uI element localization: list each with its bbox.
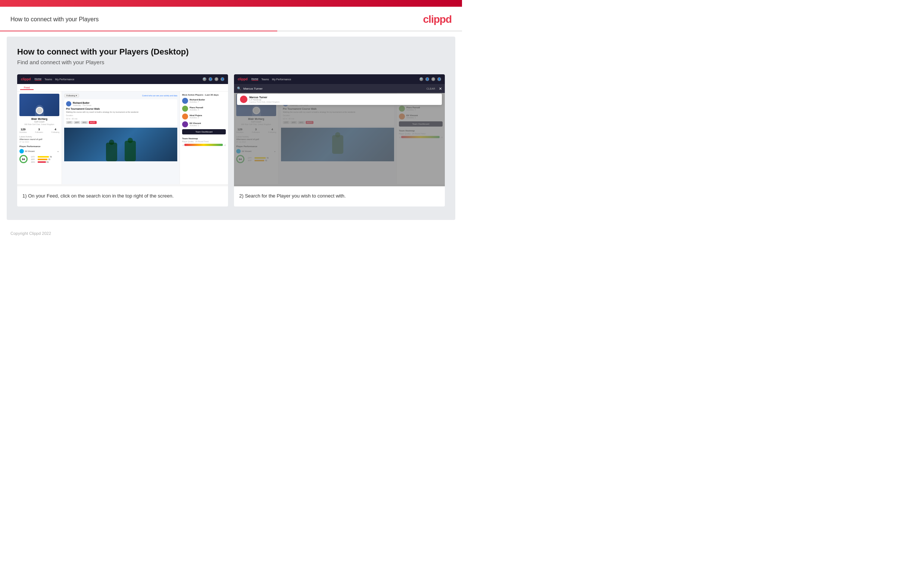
mockup-nav-icons-2: 🔍 👤 ⚙ 👤 (419, 77, 441, 81)
player-avatar-hiral (182, 114, 188, 120)
following-stat: 4 Following (52, 128, 59, 133)
profile-avatar (36, 107, 43, 114)
footer: Copyright Clippd 2022 (0, 227, 462, 240)
profile-stats: 129 Activities 3 Followers 4 Following (19, 128, 59, 133)
profile-icon[interactable]: 👤 (209, 77, 212, 81)
mockup-nav-icons: 🔍 👤 ⚙ 👤 (202, 77, 224, 81)
mockup-nav-performance-2: My Performance (272, 78, 291, 81)
mockup-nav-teams-2: Teams (261, 78, 269, 81)
search-close-button[interactable]: ✕ (439, 87, 442, 91)
top-gradient-bar (0, 0, 462, 7)
tag-putt: PUTT (89, 121, 97, 124)
profile-icon-2[interactable]: 👤 (426, 77, 429, 81)
activities-stat: 129 Activities (19, 128, 27, 133)
mockup-logo-2: clippd (238, 77, 248, 81)
search-result-avatar (240, 96, 248, 103)
mockup-1: clippd Home Teams My Performance 🔍 👤 ⚙ 👤… (17, 74, 228, 186)
header-divider (0, 31, 462, 31)
tag-arg: ARG (81, 121, 88, 124)
screenshots-row: clippd Home Teams My Performance 🔍 👤 ⚙ 👤… (17, 74, 445, 206)
control-link[interactable]: Control who can see your activity and da… (142, 94, 177, 97)
mockup-logo: clippd (21, 77, 31, 81)
following-row: Following ▾ Control who can see your act… (64, 94, 177, 97)
player-list-hiral: Hiral Pujara Activities: 3 (182, 114, 226, 120)
feed-tab[interactable]: Feed (20, 85, 34, 90)
mockup-nav-performance: My Performance (55, 78, 74, 81)
player-avatar-piers (182, 106, 188, 112)
mockup-2: clippd Home Teams My Performance 🔍 👤 ⚙ 👤… (234, 74, 445, 186)
team-dashboard-button[interactable]: Team Dashboard (182, 129, 226, 135)
mockup-nav-home-2: Home (251, 78, 259, 81)
tag-app: APP (73, 121, 80, 124)
profile-club: Mill Ride Golf Club, United Kingdom (19, 123, 59, 125)
followers-stat: 3 Followers (35, 128, 43, 133)
mockup-nav-2: clippd Home Teams My Performance 🔍 👤 ⚙ 👤 (234, 74, 445, 84)
player-list-richard: Richard Butler Activities: 7 (182, 98, 226, 104)
copyright-text: Copyright Clippd 2022 (10, 231, 51, 235)
quality-row-arg: ARG 61 (31, 161, 59, 163)
caption-1: 1) On your Feed, click on the search ico… (17, 186, 228, 206)
search-icon[interactable]: 🔍 (202, 77, 206, 81)
avatar-icon[interactable]: 👤 (220, 77, 224, 81)
activity-duration: Duration (66, 114, 175, 117)
golfer-silhouette (64, 141, 177, 161)
main-subheading: Find and connect with your Players (17, 59, 445, 65)
caption-text-2: 2) Search for the Player you wish to con… (239, 192, 440, 200)
quality-section: 84 OTT 79 APP (19, 155, 59, 164)
logo: clippd (423, 13, 451, 25)
following-button[interactable]: Following ▾ (64, 94, 79, 97)
search-input[interactable]: Marcus Turner (243, 87, 424, 90)
dropdown-icon[interactable]: ▾ (57, 150, 59, 153)
player-list-piers: Piers Parnell Activities: 4 (182, 106, 226, 112)
settings-icon[interactable]: ⚙ (215, 77, 218, 81)
avatar-icon-2[interactable]: 👤 (437, 77, 441, 81)
player-avatar-richard (182, 98, 188, 104)
player-performance-player: Eli Vincent ▾ (19, 149, 59, 153)
screenshot-panel-2: clippd Home Teams My Performance 🔍 👤 ⚙ 👤… (234, 74, 445, 206)
player-avatar-eli (182, 121, 188, 127)
header: How to connect with your Players clippd (0, 7, 462, 31)
search-magnifier-icon: 🔍 (237, 87, 241, 90)
heatmap-scale: -5 +5 (182, 144, 226, 147)
activity-duration-val: 02 hr : 00 min (66, 118, 175, 120)
heatmap-bar (184, 144, 223, 146)
mockup-nav-teams: Teams (44, 78, 52, 81)
mockup-dim-overlay (234, 93, 445, 186)
player-avatar (19, 149, 24, 153)
profile-role: Golf Coach (19, 120, 59, 123)
screenshot-panel-1: clippd Home Teams My Performance 🔍 👤 ⚙ 👤… (17, 74, 228, 206)
search-result[interactable]: Marcus Turner 1.5 Handicap Cypress Point… (237, 94, 442, 105)
mockup-nav-1: clippd Home Teams My Performance 🔍 👤 ⚙ 👤 (17, 74, 228, 84)
golf-image (64, 128, 177, 161)
search-icon-2[interactable]: 🔍 (419, 77, 423, 81)
activity-card: Richard Butler Yesterday · The Grove Pre… (64, 99, 177, 126)
mockup-feed-center: Following ▾ Control who can see your act… (62, 91, 180, 184)
search-result-info: Marcus Turner 1.5 Handicap Cypress Point… (249, 96, 280, 103)
tag-ott: OTT (66, 121, 73, 124)
main-content: How to connect with your Players (Deskto… (7, 37, 455, 220)
search-clear-button[interactable]: CLEAR (427, 88, 435, 90)
quality-row-ott: OTT 79 (31, 156, 59, 158)
profile-name: Blair McHarg (19, 118, 59, 120)
activity-avatar (66, 101, 71, 106)
caption-2: 2) Search for the Player you wish to con… (234, 186, 445, 206)
activity-tags: OTT APP ARG PUTT (66, 121, 175, 124)
player-performance-title: Player Performance (19, 145, 59, 148)
activity-person-info: Richard Butler Yesterday · The Grove (73, 102, 91, 106)
activity-header: Richard Butler Yesterday · The Grove (66, 101, 175, 106)
page-title: How to connect with your Players (10, 16, 99, 23)
caption-text-1: 1) On your Feed, click on the search ico… (23, 192, 223, 200)
mockup-nav-home: Home (35, 78, 42, 81)
profile-image (19, 94, 59, 116)
quality-circle: 84 (19, 155, 28, 163)
mockup-sidebar: Blair McHarg Golf Coach Mill Ride Golf C… (17, 91, 62, 184)
quality-row-app: APP 70 (31, 158, 59, 161)
search-bar: 🔍 Marcus Turner CLEAR ✕ (234, 84, 445, 93)
main-heading: How to connect with your Players (Deskto… (17, 47, 445, 57)
mockup-right: Most Active Players - Last 30 days Richa… (180, 91, 228, 184)
mockup-body-1: Blair McHarg Golf Coach Mill Ride Golf C… (17, 91, 228, 184)
player-list-eli: Eli Vincent Activities: 1 (182, 121, 226, 127)
search-overlay: 🔍 Marcus Turner CLEAR ✕ Marcus Turner 1.… (234, 84, 445, 106)
settings-icon-2[interactable]: ⚙ (431, 77, 435, 81)
